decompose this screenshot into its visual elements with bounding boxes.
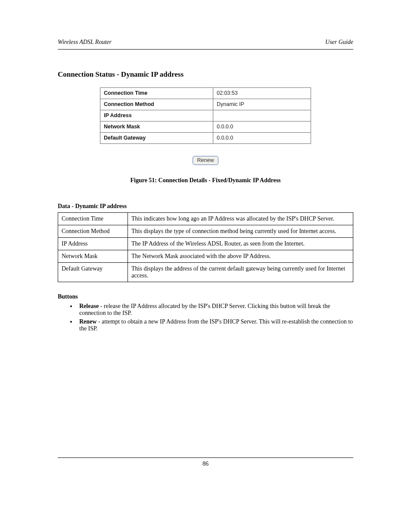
header-right: User Guide (325, 39, 353, 46)
table-row: Network Mask 0.0.0.0 (100, 121, 311, 133)
renew-button-row: Renew (193, 156, 219, 165)
data-label-network-mask: Network Mask (58, 250, 128, 263)
data-desc-connection-time: This indicates how long ago an IP Addres… (128, 213, 353, 225)
bullet-label-release: Release (79, 303, 99, 309)
data-desc-connection-method: This displays the type of connection met… (128, 225, 353, 238)
status-label-ip-address: IP Address (100, 110, 213, 121)
table-row: Connection Time This indicates how long … (58, 213, 353, 225)
page-number: 86 (202, 460, 209, 467)
status-value-network-mask: 0.0.0.0 (213, 121, 311, 133)
data-desc-default-gateway: This displays the address of the current… (128, 263, 353, 282)
data-label-ip-address: IP Address (58, 238, 128, 250)
status-label-connection-time: Connection Time (100, 88, 213, 99)
status-value-default-gateway: 0.0.0.0 (213, 133, 311, 144)
status-label-connection-method: Connection Method (100, 99, 213, 110)
data-description-table: Connection Time This indicates how long … (58, 212, 353, 282)
table-row: Default Gateway 0.0.0.0 (100, 133, 311, 144)
table-row: Default Gateway This displays the addres… (58, 263, 353, 282)
figure-wrap: Connection Time 02:03:53 Connection Meth… (58, 87, 353, 184)
status-label-network-mask: Network Mask (100, 121, 213, 133)
data-label-default-gateway: Default Gateway (58, 263, 128, 282)
table-row: IP Address The IP Address of the Wireles… (58, 238, 353, 250)
data-label-connection-method: Connection Method (58, 225, 128, 238)
status-label-default-gateway: Default Gateway (100, 133, 213, 144)
table-row: Connection Time 02:03:53 (100, 88, 311, 99)
page-header-line: Wireless ADSL Router User Guide (58, 39, 353, 50)
table-row: Connection Method This displays the type… (58, 225, 353, 238)
header-left: Wireless ADSL Router (58, 39, 112, 46)
list-item: Renew - attempt to obtain a new IP Addre… (77, 318, 353, 332)
buttons-heading: Buttons (58, 293, 353, 300)
status-value-connection-method: Dynamic IP (213, 99, 311, 110)
bullet-desc-renew: - attempt to obtain a new IP Address fro… (79, 318, 353, 332)
page-footer: 86 (58, 457, 353, 467)
data-sub-heading: Data - Dynamic IP address (58, 203, 353, 210)
figure-caption: Figure 51: Connection Details - Fixed/Dy… (130, 177, 280, 184)
list-item: Release - release the IP Address allocat… (77, 303, 353, 317)
bullet-desc-release: - release the IP Address allocated by th… (79, 303, 330, 316)
table-row: Network Mask The Network Mask associated… (58, 250, 353, 263)
status-value-connection-time: 02:03:53 (213, 88, 311, 99)
table-row: IP Address (100, 110, 311, 121)
connection-status-table: Connection Time 02:03:53 Connection Meth… (100, 87, 311, 144)
data-label-connection-time: Connection Time (58, 213, 128, 225)
status-value-ip-address (213, 110, 311, 121)
buttons-description-list: Release - release the IP Address allocat… (58, 303, 353, 332)
bullet-label-renew: Renew (79, 318, 97, 325)
table-row: Connection Method Dynamic IP (100, 99, 311, 110)
data-desc-ip-address: The IP Address of the Wireless ADSL Rout… (128, 238, 353, 250)
section-heading: Connection Status - Dynamic IP address (58, 70, 353, 79)
data-desc-network-mask: The Network Mask associated with the abo… (128, 250, 353, 263)
renew-button[interactable]: Renew (193, 156, 219, 165)
